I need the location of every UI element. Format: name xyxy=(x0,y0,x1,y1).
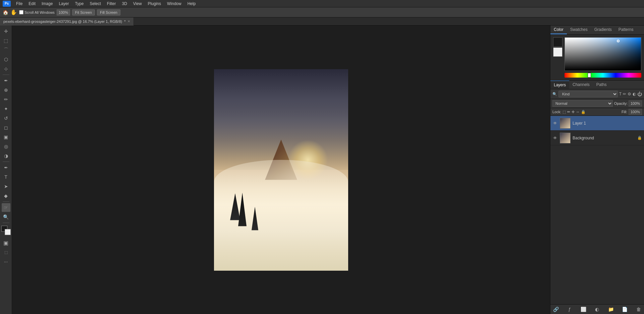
menu-filter[interactable]: Filter xyxy=(104,1,119,7)
canvas-area[interactable] xyxy=(12,26,550,314)
tab-channels[interactable]: Channels xyxy=(569,81,593,89)
menu-select[interactable]: Select xyxy=(87,1,103,7)
tab-color[interactable]: Color xyxy=(550,26,567,34)
crop-tool-button[interactable]: ⊹ xyxy=(2,64,10,73)
tab-filename: pexels-eberhard-grossgasteiger-2437291.j… xyxy=(3,19,122,24)
app-logo: Ps xyxy=(3,1,11,7)
color-spectrum[interactable] xyxy=(565,37,641,71)
eyedropper-button[interactable]: ✒ xyxy=(2,76,10,85)
layers-panel: Layers Channels Paths 🔍 Kind T ✏ ⚙ ◐ ⏻ N… xyxy=(550,80,644,314)
filter-icon-3[interactable]: ⚙ xyxy=(628,92,631,96)
tab-close-button[interactable]: ✕ xyxy=(127,19,130,23)
layer-item-background[interactable]: 👁 Bac xyxy=(550,131,644,145)
menu-image[interactable]: Image xyxy=(39,1,55,7)
menu-edit[interactable]: Edit xyxy=(26,1,38,7)
tab-swatches[interactable]: Swatches xyxy=(567,26,591,34)
scroll-all-label[interactable]: Scroll All Windows xyxy=(19,10,55,14)
tool-separator-1 xyxy=(3,75,9,75)
canvas-document xyxy=(214,69,348,271)
lasso-tool-button[interactable]: ⌒ xyxy=(2,46,10,54)
filter-icon-4[interactable]: ◐ xyxy=(633,92,636,96)
menu-layer[interactable]: Layer xyxy=(56,1,71,7)
tab-layers[interactable]: Layers xyxy=(550,81,569,89)
opacity-input[interactable] xyxy=(629,100,642,106)
blur-button[interactable]: ◎ xyxy=(2,142,10,151)
filter-icon-1[interactable]: T xyxy=(619,92,622,96)
move-tool-button[interactable]: ✛ xyxy=(2,27,10,36)
zoom-input[interactable] xyxy=(57,9,70,15)
pen-tool-button[interactable]: ✒ xyxy=(2,163,10,172)
layer-item-layer1[interactable]: 👁 Lay xyxy=(550,116,644,131)
opacity-label: Opacity: xyxy=(614,101,628,105)
menu-plugins[interactable]: Plugins xyxy=(145,1,164,7)
spectrum-handle[interactable] xyxy=(617,40,620,42)
scroll-all-checkbox[interactable] xyxy=(19,10,23,14)
link-layers-button[interactable]: 🔗 xyxy=(552,306,559,313)
healing-button[interactable]: ⊕ xyxy=(2,86,10,94)
path-selection-button[interactable]: ➤ xyxy=(2,182,10,191)
color-picker-area xyxy=(550,35,644,80)
tool-separator-3 xyxy=(3,201,9,202)
bg-swatch[interactable] xyxy=(553,47,562,57)
shape-button[interactable]: ◆ xyxy=(2,191,10,200)
add-mask-button[interactable]: ⬜ xyxy=(580,306,587,313)
extra-tools-button[interactable]: ··· xyxy=(2,257,10,266)
svg-rect-1 xyxy=(560,133,571,143)
eraser-button[interactable]: ◻ xyxy=(2,123,10,132)
type-tool-button[interactable]: T xyxy=(2,173,10,181)
menu-file[interactable]: File xyxy=(13,1,25,7)
layer-name-background: Background xyxy=(573,136,635,140)
blend-opacity-row: Normal Opacity: xyxy=(550,99,644,108)
filter-icon-2[interactable]: ✏ xyxy=(623,92,626,96)
menu-3d[interactable]: 3D xyxy=(119,1,129,7)
tab-gradients[interactable]: Gradients xyxy=(591,26,615,34)
layer-kind-filter[interactable]: Kind xyxy=(558,91,618,97)
filter-toggle[interactable]: ⏻ xyxy=(637,91,642,97)
menu-view[interactable]: View xyxy=(130,1,145,7)
fill-screen-button[interactable]: Fill Screen xyxy=(97,9,120,15)
main-layout: ✛ ⬚ ⌒ ⬡ ⊹ ✒ ⊕ ✏ ✦ ↺ ◻ ▣ ◎ ◑ ✒ T ➤ ◆ ☞ 🔍 … xyxy=(0,26,644,314)
background-color[interactable] xyxy=(5,229,11,235)
menu-type[interactable]: Type xyxy=(72,1,86,7)
fg-swatch[interactable] xyxy=(553,37,562,47)
fit-screen-button[interactable]: Fit Screen xyxy=(72,9,95,15)
clone-button[interactable]: ✦ xyxy=(2,104,10,113)
opacity-row: Opacity: xyxy=(614,100,642,106)
tool-separator-4 xyxy=(3,223,9,223)
blend-mode-select[interactable]: Normal xyxy=(552,100,613,107)
brush-button[interactable]: ✏ xyxy=(2,95,10,104)
home-icon[interactable]: 🏠 xyxy=(3,10,8,15)
tab-paths[interactable]: Paths xyxy=(593,81,610,89)
lock-image-icon[interactable]: ✏ xyxy=(567,110,570,114)
fill-input[interactable] xyxy=(629,109,642,115)
hand-tool-icon[interactable]: ✋ xyxy=(10,9,17,15)
dodge-button[interactable]: ◑ xyxy=(2,151,10,160)
hue-slider[interactable] xyxy=(565,73,641,78)
hand-tool-button[interactable]: ☞ xyxy=(2,203,10,212)
lock-position-icon[interactable]: ✛ xyxy=(572,110,575,114)
screen-mode-button[interactable]: ▣ xyxy=(2,238,10,247)
hue-handle[interactable] xyxy=(588,73,591,78)
add-style-button[interactable]: ƒ xyxy=(566,306,573,313)
marquee-tool-button[interactable]: ⬚ xyxy=(2,36,10,45)
lock-all-icon[interactable]: 🔒 xyxy=(581,110,586,114)
gradient-button[interactable]: ▣ xyxy=(2,133,10,141)
lock-transparent-icon[interactable]: ⬚ xyxy=(562,110,566,114)
new-group-button[interactable]: 📁 xyxy=(608,306,614,313)
quick-select-button[interactable]: ⬡ xyxy=(2,55,10,64)
change-screen-button[interactable]: ⬚ xyxy=(2,248,10,257)
layer-visibility-background[interactable]: 👁 xyxy=(552,135,558,141)
zoom-tool-button[interactable]: 🔍 xyxy=(2,213,10,221)
history-brush-button[interactable]: ↺ xyxy=(2,114,10,123)
tab-patterns[interactable]: Patterns xyxy=(615,26,637,34)
document-tab[interactable]: pexels-eberhard-grossgasteiger-2437291.j… xyxy=(0,17,134,26)
delete-layer-button[interactable]: 🗑 xyxy=(635,306,642,313)
options-bar: 🏠 ✋ Scroll All Windows Fit Screen Fill S… xyxy=(0,7,644,17)
menu-window[interactable]: Window xyxy=(164,1,184,7)
layer-visibility-layer1[interactable]: 👁 xyxy=(552,121,558,126)
menu-help[interactable]: Help xyxy=(185,1,199,7)
new-adjustment-button[interactable]: ◐ xyxy=(594,306,600,313)
lock-artboard-icon[interactable]: ↔ xyxy=(576,110,580,114)
new-layer-button[interactable]: 📄 xyxy=(622,306,628,313)
color-swatches xyxy=(1,226,11,235)
